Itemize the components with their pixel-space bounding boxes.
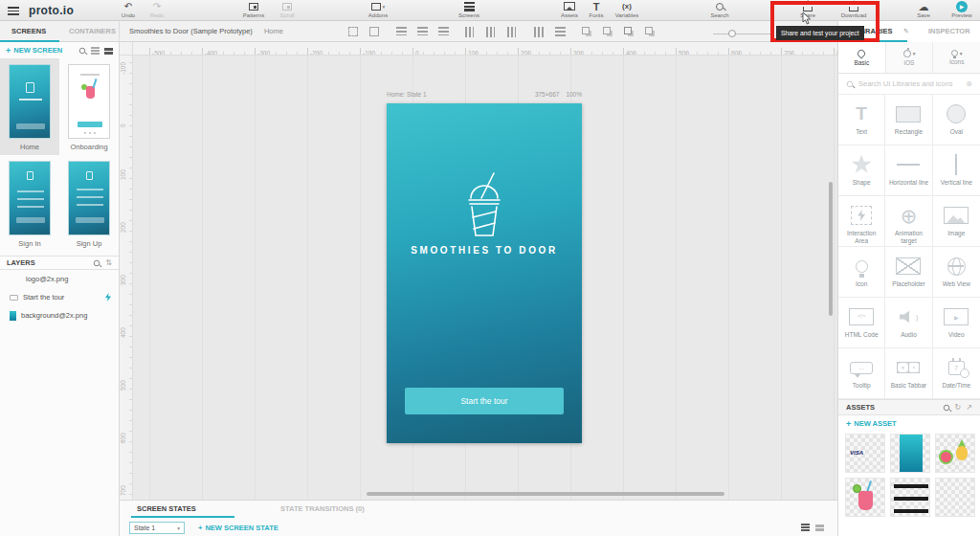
- new-asset-button[interactable]: NEW ASSET: [854, 419, 896, 428]
- component-rectangle[interactable]: Rectangle: [885, 95, 932, 145]
- grid-view-icon[interactable]: [104, 47, 113, 55]
- canvas-content[interactable]: Home: State 1 375×667 100% SMOOTHIES TO …: [133, 56, 837, 500]
- variables-button[interactable]: (x) Variables: [606, 1, 648, 18]
- component-shape[interactable]: Shape: [838, 145, 885, 196]
- distribute-h-icon[interactable]: [534, 27, 545, 37]
- bring-front-icon[interactable]: [624, 27, 632, 34]
- distribute-v-icon[interactable]: [555, 27, 566, 37]
- app-logo[interactable]: proto.io: [29, 4, 74, 17]
- hamburger-menu-button[interactable]: [8, 7, 19, 15]
- states-list-view-icon[interactable]: [801, 524, 810, 531]
- tab-containers[interactable]: CONTAINERS: [69, 21, 116, 42]
- component-oval[interactable]: Oval: [933, 95, 980, 145]
- tab-state-transitions[interactable]: STATE TRANSITIONS (0): [280, 504, 365, 513]
- save-button[interactable]: ☁ Save: [902, 1, 945, 18]
- artboard-state-label[interactable]: Home: State 1: [387, 91, 535, 98]
- asset-fruit-illustration[interactable]: [935, 434, 975, 473]
- align-left-icon[interactable]: [396, 27, 407, 35]
- align-top-icon[interactable]: [465, 27, 474, 37]
- asset-visa-card[interactable]: VISA: [845, 434, 885, 473]
- component-tooltip[interactable]: ...Tooltip: [838, 348, 885, 399]
- component-icon[interactable]: Icon: [838, 247, 885, 298]
- component-basic-tabbar[interactable]: Basic Tabbar: [885, 348, 932, 399]
- subtab-ios[interactable]: ▾ iOS: [886, 42, 934, 73]
- component-audio[interactable]: )Audio: [885, 298, 932, 348]
- breadcrumb-project[interactable]: Smoothies to Door (Sample Prototype): [129, 27, 253, 35]
- layer-row-start-the-tour[interactable]: Start the tour: [0, 288, 119, 306]
- asset-teal-background[interactable]: [890, 434, 930, 473]
- screen-thumb-signin[interactable]: Sign In: [0, 155, 59, 252]
- component-html-code[interactable]: </>HTML Code: [838, 298, 885, 348]
- preview-button[interactable]: ▶ Preview: [941, 1, 980, 18]
- tab-screen-states[interactable]: SCREEN STATES: [137, 504, 196, 513]
- list-view-icon[interactable]: [91, 47, 100, 55]
- asset-smoothie-illustration[interactable]: [845, 478, 885, 517]
- send-backward-icon[interactable]: [603, 27, 611, 34]
- align-right-icon[interactable]: [438, 27, 449, 35]
- assets-search-icon[interactable]: [943, 404, 948, 410]
- audio-speaker-icon: [900, 310, 915, 324]
- layer-row-logo[interactable]: logo@2x.png: [0, 270, 119, 288]
- screen-states-bar: SCREEN STATES STATE TRANSITIONS (0) Stat…: [120, 500, 837, 536]
- screen-thumb-home[interactable]: Home: [0, 58, 59, 155]
- clear-search-icon[interactable]: ⊗: [966, 79, 972, 88]
- canvas-vertical-scrollbar[interactable]: [829, 182, 833, 316]
- preview-play-icon: ▶: [956, 1, 968, 12]
- align-bottom-icon[interactable]: [507, 27, 516, 37]
- component-interaction-area[interactable]: Interaction Area: [838, 196, 885, 247]
- screen-thumb-onboarding[interactable]: Onboarding: [59, 58, 119, 155]
- select-group-icon[interactable]: [369, 27, 379, 36]
- addons-button[interactable]: ▾ Addons: [357, 1, 399, 18]
- component-datetime[interactable]: 7Date/Time: [933, 348, 980, 399]
- home-artboard[interactable]: SMOOTHIES TO DOOR Start the tour: [387, 103, 582, 443]
- assets-export-icon[interactable]: ↗: [966, 403, 972, 412]
- state-select[interactable]: State 1 ▾: [129, 522, 185, 534]
- search-button[interactable]: Search: [699, 1, 741, 18]
- tab-screens[interactable]: SCREENS: [11, 21, 46, 42]
- new-screen-button[interactable]: NEW SCREEN: [13, 46, 78, 55]
- breadcrumb: Smoothies to Door (Sample Prototype) Hom…: [129, 21, 283, 42]
- select-all-icon[interactable]: [348, 27, 358, 36]
- zoom-slider[interactable]: [713, 34, 774, 34]
- library-search-input[interactable]: [858, 79, 961, 88]
- signin-thumbnail: [9, 161, 51, 235]
- artboard-title: SMOOTHIES TO DOOR: [387, 245, 582, 256]
- component-vertical-line[interactable]: Vertical line: [933, 145, 980, 196]
- assets-refresh-icon[interactable]: ↻: [955, 403, 962, 412]
- send-back-icon[interactable]: [645, 27, 653, 34]
- screen-thumb-signup[interactable]: Sign Up: [59, 155, 119, 252]
- layers-sort-icon[interactable]: ⇅: [105, 258, 112, 267]
- screens-button[interactable]: Screens: [448, 1, 490, 18]
- layers-search-icon[interactable]: [94, 259, 100, 265]
- design-canvas[interactable]: -500-400-300-200-10001002003004005006007…: [120, 42, 837, 500]
- states-grid-view-icon[interactable]: [815, 524, 824, 531]
- subtab-icons[interactable]: ▾ Icons: [933, 42, 980, 73]
- screen-states-underline: [131, 516, 234, 518]
- component-animation-target[interactable]: ⊕Animation target: [885, 196, 932, 247]
- breadcrumb-screen[interactable]: Home: [264, 27, 283, 35]
- bring-forward-icon[interactable]: [582, 27, 590, 34]
- zoom-slider-knob[interactable]: [728, 30, 736, 37]
- component-text[interactable]: TText: [838, 95, 885, 145]
- icon-lightbulb-icon: [856, 260, 868, 273]
- component-placeholder[interactable]: Placeholder: [885, 247, 932, 298]
- tab-inspector[interactable]: INSPECTOR: [928, 21, 970, 42]
- align-center-icon[interactable]: [417, 27, 428, 35]
- interaction-area-icon: [851, 206, 872, 225]
- asset-empty[interactable]: [935, 478, 975, 517]
- screens-search-icon[interactable]: [79, 47, 85, 53]
- component-horizontal-line[interactable]: Horizontal line: [885, 145, 932, 196]
- component-video[interactable]: ▶Video: [933, 298, 980, 348]
- align-middle-icon[interactable]: [486, 27, 495, 37]
- edit-libraries-icon[interactable]: ✎: [903, 21, 909, 42]
- canvas-horizontal-scrollbar[interactable]: [367, 492, 724, 496]
- redo-button[interactable]: ↷ Redo: [136, 1, 178, 18]
- scroll-button[interactable]: Scroll: [266, 1, 308, 18]
- asset-black-lines[interactable]: [890, 478, 930, 517]
- component-image[interactable]: Image: [933, 196, 980, 247]
- subtab-basic[interactable]: Basic: [838, 42, 886, 73]
- layer-row-background[interactable]: background@2x.png: [0, 306, 119, 324]
- start-the-tour-button[interactable]: Start the tour: [405, 388, 564, 414]
- new-screen-state-button[interactable]: + NEW SCREEN STATE: [198, 524, 278, 532]
- component-web-view[interactable]: Web View: [933, 247, 980, 298]
